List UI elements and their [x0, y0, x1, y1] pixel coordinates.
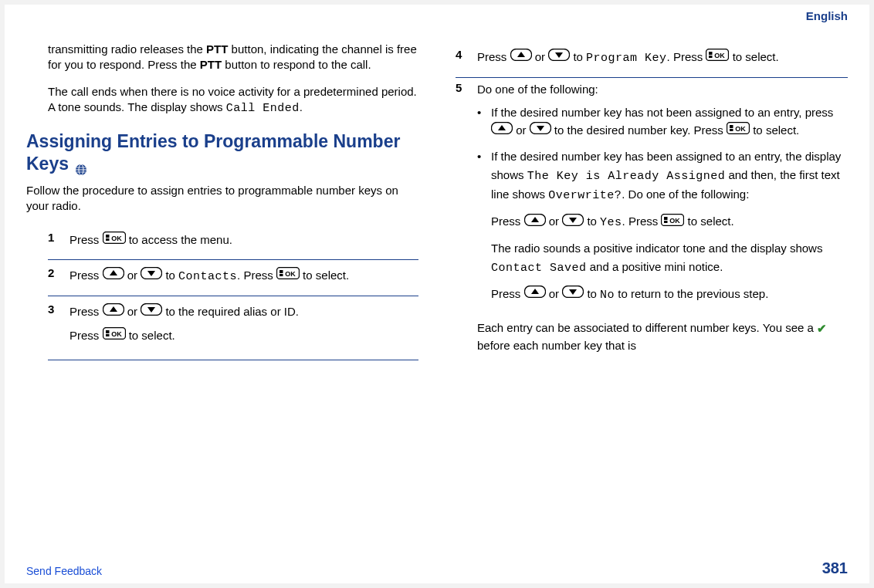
- step-number: 1: [48, 231, 69, 250]
- step-number: 4: [456, 48, 477, 68]
- send-feedback-link[interactable]: Send Feedback: [26, 565, 102, 577]
- step-3: 3 Press or to the required alias or: [48, 296, 418, 360]
- text: or: [127, 269, 141, 282]
- svg-rect-46: [664, 217, 668, 220]
- svg-rect-6: [106, 235, 110, 238]
- up-button-icon: [491, 121, 513, 139]
- page-number: 381: [822, 559, 848, 577]
- columns: transmitting radio releases the PTT butt…: [26, 5, 848, 367]
- text: Press: [69, 233, 103, 246]
- text: to: [587, 215, 600, 228]
- svg-text:OK: OK: [285, 270, 296, 278]
- footer: Send Feedback 381: [26, 559, 848, 577]
- step-4: 4 Press or to Program Key. Press OK to s…: [456, 42, 848, 78]
- svg-rect-31: [709, 56, 713, 58]
- text: to the desired number key. Press: [554, 123, 727, 137]
- display-text-program-key: Program Key: [586, 52, 667, 65]
- down-button-icon: [548, 48, 570, 66]
- text: to the required alias or ID.: [165, 305, 299, 318]
- paragraph-callend: The call ends when there is no voice act…: [26, 84, 418, 117]
- text: or: [127, 305, 141, 318]
- globe-icon: [75, 159, 87, 171]
- step-number: 5: [456, 81, 477, 360]
- text: to: [587, 287, 600, 300]
- text: or: [535, 50, 549, 63]
- menu-ok-button-icon: OK: [276, 266, 300, 285]
- step-body: Press OK to access the menu.: [69, 231, 418, 250]
- down-button-icon: [141, 266, 162, 285]
- text: to select.: [733, 50, 779, 63]
- menu-ok-button-icon: OK: [706, 48, 729, 66]
- text: to return to the previous step.: [615, 287, 768, 300]
- svg-rect-7: [106, 238, 110, 241]
- text: . Do one of the following:: [622, 188, 749, 201]
- display-text-call-ended: Call Ended: [226, 102, 300, 115]
- menu-ok-button-icon: OK: [103, 326, 126, 345]
- svg-rect-23: [106, 334, 110, 336]
- step-body: Press or to Program Key. Press OK to sel…: [477, 48, 848, 68]
- check-icon: ✔: [817, 320, 827, 338]
- text: If the desired number key has not been a…: [491, 106, 833, 119]
- text: to: [573, 50, 586, 63]
- text: Press: [69, 269, 103, 282]
- svg-text:OK: OK: [735, 125, 746, 133]
- steps-list: 1 Press OK to access the menu. 2 Press: [26, 225, 418, 360]
- step-1: 1 Press OK to access the menu.: [48, 225, 418, 260]
- left-column: transmitting radio releases the PTT butt…: [26, 42, 418, 367]
- bullet-2: If the desired number key has been assig…: [477, 147, 848, 312]
- paragraph-ptt: transmitting radio releases the PTT butt…: [26, 42, 418, 73]
- step-5: 5 Do one of the following: If the desire…: [456, 78, 848, 367]
- right-column: 4 Press or to Program Key. Press OK to s…: [456, 42, 848, 367]
- step-2: 2 Press or to Contacts. Press OK: [48, 260, 418, 296]
- display-text-overwrite: Overwrite?: [548, 189, 622, 202]
- text: before each number key that is: [477, 339, 636, 352]
- step-body: Press or to the required alias or ID.: [69, 302, 418, 350]
- svg-rect-22: [106, 330, 110, 333]
- text: to select.: [303, 269, 349, 282]
- svg-rect-39: [730, 129, 733, 131]
- display-text-key-assigned: The Key is Already Assigned: [527, 170, 726, 183]
- step-body: Do one of the following: If the desired …: [477, 81, 848, 360]
- down-button-icon: [141, 302, 162, 321]
- step-body: Press or to Contacts. Press OK to se: [69, 266, 418, 286]
- bullet-1: If the desired number key has not been a…: [477, 103, 848, 140]
- svg-rect-14: [279, 270, 283, 273]
- step-lead: Do one of the following:: [477, 81, 848, 99]
- display-text-no: No: [600, 289, 615, 302]
- text: Press: [69, 329, 103, 342]
- up-button-icon: [510, 48, 532, 66]
- menu-ok-button-icon: OK: [103, 231, 126, 249]
- text: button to respond to the call.: [222, 58, 371, 71]
- section-heading: Assigning Entries to Programmable Number…: [26, 130, 418, 175]
- text: to select.: [688, 215, 734, 228]
- header-language: English: [806, 9, 848, 22]
- text: Press: [491, 287, 524, 300]
- down-button-icon: [530, 121, 551, 139]
- page: English transmitting radio releases the …: [5, 5, 869, 583]
- display-text-contact-saved: Contact Saved: [491, 262, 587, 275]
- text: or: [549, 287, 563, 300]
- text: . Press: [622, 215, 662, 228]
- step-number: 3: [48, 302, 69, 350]
- menu-ok-button-icon: OK: [727, 121, 750, 139]
- sub-bullets: If the desired number key has not been a…: [477, 103, 848, 313]
- svg-rect-38: [730, 125, 733, 128]
- down-button-icon: [562, 285, 584, 302]
- up-button-icon: [103, 266, 124, 285]
- text: .: [300, 100, 303, 113]
- text: and a positive mini notice.: [587, 260, 723, 273]
- ptt-label: PTT: [206, 42, 228, 56]
- text: Press: [491, 215, 524, 228]
- text: to select.: [753, 123, 799, 137]
- text: transmitting radio releases the: [48, 42, 206, 56]
- text: to: [165, 269, 178, 282]
- up-button-icon: [524, 213, 546, 231]
- text: to select.: [129, 329, 175, 342]
- svg-text:OK: OK: [670, 217, 681, 225]
- ptt-label: PTT: [200, 58, 222, 71]
- text: or: [549, 215, 563, 228]
- text: Press: [477, 50, 510, 63]
- up-button-icon: [103, 302, 124, 321]
- step-number: 2: [48, 266, 69, 286]
- display-text-contacts: Contacts: [178, 270, 237, 283]
